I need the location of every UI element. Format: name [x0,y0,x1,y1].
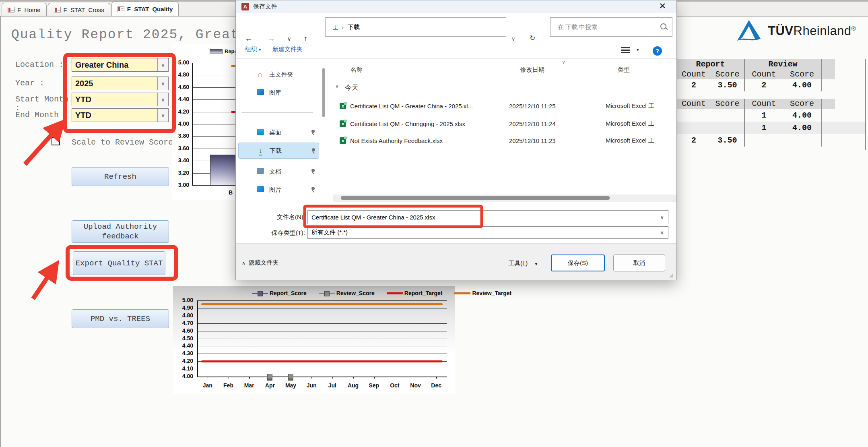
legend-glyph [319,293,335,294]
tools-caret-icon: ▼ [534,262,538,266]
file-row[interactable]: xNot Exists Authority Feedback.xlsx2025/… [333,134,676,147]
file-row[interactable]: xCertificate List QM - Greater China - 2… [333,99,676,113]
file-name: Not Exists Authority Feedback.xlsx [350,137,509,144]
form-icon [54,7,61,12]
cancel-button[interactable]: 取消 [613,255,665,271]
legend-label: Report_Score [270,290,307,296]
view-caret-icon[interactable]: ▾ [637,47,639,52]
chevron-down-icon[interactable]: ∨ [157,77,168,90]
group-collapse-icon[interactable]: ∨ [335,83,339,89]
field-label-0: Location : [15,60,76,69]
field-combo-0[interactable]: Greater China∨ [72,58,169,72]
close-icon[interactable]: ✕ [659,1,666,11]
table-row: CountScoreCountScore [677,70,866,79]
breadcrumb[interactable]: 下载 [348,23,360,31]
pin-icon [311,130,315,133]
organize-menu[interactable]: 组织 ▾ [245,46,261,53]
export-quality-stat-button[interactable]: Export Quality STAT [73,251,165,275]
table-cell [711,109,745,122]
organize-caret-icon: ▾ [259,48,261,52]
search-icon[interactable] [660,23,666,29]
column-divider[interactable] [516,62,516,77]
review_score-marker [267,374,272,379]
table-cell [677,109,711,122]
home-icon: ⌂ [256,70,264,79]
scale-to-review-checkbox[interactable] [52,137,60,145]
tab-f_stat_quality[interactable]: F_STAT_Quality [111,2,179,16]
savetype-dropdown-icon[interactable]: ∨ [660,230,664,236]
tuv-triangle-icon [736,19,762,43]
table-gap [677,91,866,99]
sidebar-item-home[interactable]: ⌂主文件夹 [238,66,319,83]
logo-rheinland: Rheinland [794,24,852,38]
gridline [197,354,447,354]
x-tick-label: Sep [369,382,379,389]
pmd-vs-trees-button[interactable]: PMD vs. TREES [72,309,169,328]
field-combo-1[interactable]: 2025∨ [72,77,169,90]
table-cell: Score [711,99,745,109]
y-tick-label: 4.80 [172,71,189,78]
column-divider[interactable] [614,62,614,77]
hscrollbar-thumb[interactable] [341,196,610,200]
view-options-icon[interactable] [621,47,630,48]
desktop-icon [256,129,264,136]
chevron-down-icon[interactable]: ∨ [157,93,168,106]
file-row[interactable]: xCertificate List QM - Chongqing - 2025.… [333,117,676,130]
logo-tuv: TÜV [768,24,794,38]
sidebar-item-documents[interactable]: 文档 [238,163,319,180]
x-tick-label: Apr [265,382,275,389]
dialog-title-bar[interactable]: A 保存文件 ✕ [236,0,676,13]
upload-authority-feedback-button[interactable]: Upload Authority feedback [72,220,169,243]
file-list-hscrollbar[interactable] [333,195,676,202]
field-combo-3[interactable]: YTD∨ [72,108,169,122]
combo-value: YTD [72,111,157,120]
table-cell: Count [745,70,783,79]
help-icon[interactable]: ? [653,46,662,56]
filename-input[interactable]: Certificate List QM - Greater China - 20… [307,210,668,224]
column-type[interactable]: 类型 [618,66,630,74]
dialog-footer: ∧隐藏文件夹 工具(L) ▼ 保存(S) 取消 [236,243,676,280]
annotation-arrow-export [33,267,55,299]
tab-f_stat_cross[interactable]: F_STAT_Cross [48,3,110,16]
sidebar-item-gallery[interactable]: 图库 [238,85,319,101]
refresh-button[interactable]: Refresh [72,167,169,186]
new-folder-button[interactable]: 新建文件夹 [272,46,303,53]
sidebar-item-desktop[interactable]: 桌面 [238,124,319,141]
savetype-select[interactable]: 所有文件 (*.*) ∨ [307,226,668,239]
downloads-icon: ↓ [333,24,338,30]
table-cell: 4.00 [783,109,822,122]
column-name[interactable]: 名称 [350,66,363,74]
sidebar-item-downloads[interactable]: ↓下载 [238,143,319,159]
sidebar-scrollbar[interactable] [322,68,325,117]
report_target-line [201,360,443,362]
gridline [197,323,447,324]
group-label-today[interactable]: 今天 [345,83,359,92]
tools-menu[interactable]: 工具(L) ▼ [508,260,538,267]
table-cell: Score [711,70,745,79]
y-tick-label: 4.80 [176,312,193,319]
tuv-rheinland-logo: TÜVRheinland® [736,19,856,43]
table-cell: 3.50 [711,134,745,147]
field-label-3: End Month : [15,111,76,120]
chevron-down-icon[interactable]: ∨ [157,58,168,71]
tab-f_home[interactable]: F_Home [2,3,47,16]
sort-chevron-icon[interactable]: ∨ [562,59,565,65]
sidebar-item-pictures[interactable]: 图片 [238,182,319,198]
address-bar[interactable]: ↓ › 下载 [325,17,506,37]
file-type: Microsoft Excel 工 [606,102,662,110]
y-tick-label: 4.40 [172,96,189,102]
filename-dropdown-icon[interactable]: ∨ [660,214,664,220]
hide-folders-toggle[interactable]: ∧隐藏文件夹 [242,259,279,267]
legend-swatch [210,49,223,54]
file-date: 2025/12/10 11:24 [509,120,606,127]
tab-label: F_STAT_Quality [127,6,173,12]
save-button[interactable]: 保存(S) [551,255,605,271]
resize-grip[interactable] [669,273,673,277]
gridline [197,331,447,331]
legend-item-report_target: Report_Target [387,290,443,296]
field-combo-2[interactable]: YTD∨ [72,93,169,106]
column-date[interactable]: 修改日期 [520,66,544,74]
x-tick [374,377,375,379]
chevron-down-icon[interactable]: ∨ [157,109,168,122]
search-input[interactable]: 在 下载 中搜索 [550,17,672,37]
